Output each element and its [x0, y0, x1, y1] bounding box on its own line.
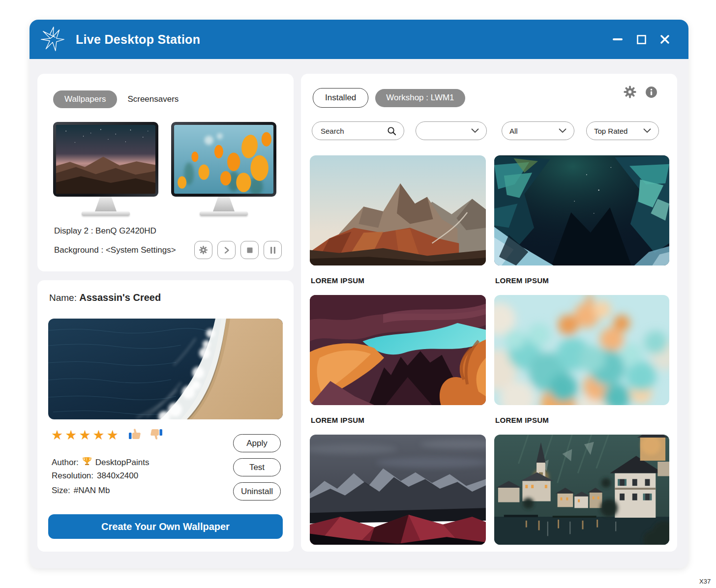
search-input[interactable] — [320, 126, 386, 136]
hummingbird-logo-icon — [37, 25, 68, 54]
wallpaper-thumbnail-image — [310, 295, 486, 405]
chevron-down-icon — [643, 128, 651, 133]
minimize-icon[interactable] — [612, 33, 624, 45]
apply-button[interactable]: Apply — [233, 434, 281, 452]
tab-screensavers[interactable]: Screensavers — [127, 90, 179, 108]
settings-button[interactable] — [194, 241, 212, 259]
wallpaper-thumbnail-image — [310, 155, 486, 265]
app-title: Live Desktop Station — [76, 32, 200, 47]
wallpaper-grid: LOREM IPSUM — [310, 155, 669, 552]
stop-icon — [246, 247, 253, 254]
monitor2-wallpaper-poppies — [174, 125, 273, 194]
rating-stars[interactable]: ★★★★★ — [51, 429, 120, 442]
wallpaper-title: LOREM IPSUM — [311, 416, 485, 425]
size-label: Size: — [52, 486, 70, 496]
stop-button[interactable] — [240, 241, 259, 259]
author-label: Author: — [52, 458, 79, 468]
wallpaper-card-antelope-canyon[interactable]: LOREM IPSUM — [310, 295, 486, 435]
create-wallpaper-button[interactable]: Create Your Own Wallpaper — [48, 514, 283, 539]
monitor-bezel — [171, 122, 276, 197]
search-field[interactable] — [312, 121, 404, 140]
wallpaper-thumbnail-image — [494, 295, 669, 405]
workshop-panel: Installed Workshop : LWM1 — [301, 74, 677, 552]
gear-icon — [199, 245, 208, 255]
resolution-value: 3840x2400 — [97, 471, 138, 481]
monitor-preview-display1[interactable] — [53, 122, 158, 216]
type-dropdown[interactable]: All — [502, 121, 574, 140]
play-icon — [223, 246, 231, 254]
resolution-label: Resolution: — [52, 471, 93, 481]
wallpaper-thumbnail-image — [310, 435, 486, 545]
monitor-base — [200, 211, 248, 216]
author-value: DesktopPaints — [95, 458, 149, 468]
wallpaper-title: LOREM IPSUM — [311, 276, 485, 285]
chevron-down-icon — [471, 128, 479, 133]
wallpaper-card-hallstatt-village[interactable] — [494, 435, 669, 552]
uninstall-button[interactable]: Uninstall — [233, 482, 281, 500]
gear-icon — [623, 85, 637, 99]
tab-installed[interactable]: Installed — [313, 88, 368, 108]
name-value: Assassin's Creed — [79, 292, 161, 303]
monitor-base — [82, 211, 130, 216]
size-value: #NAN Mb — [74, 486, 110, 496]
monitor-stand — [213, 197, 235, 211]
wallpaper-title: LOREM IPSUM — [495, 276, 668, 285]
info-button[interactable] — [645, 86, 657, 98]
thumbs-up-icon[interactable] — [128, 428, 142, 442]
maximize-icon[interactable] — [635, 33, 647, 45]
wallpaper-name-line: Name: Assassin's Creed — [49, 292, 161, 303]
wallpaper-card-mountain-sunset[interactable]: LOREM IPSUM — [310, 155, 486, 295]
app-window: Live Desktop Station Wallpapers Screensa… — [30, 20, 688, 568]
page-annotation: X37 — [699, 578, 711, 585]
wallpaper-details-panel: Name: Assassin's Creed — [37, 280, 294, 552]
wallpaper-thumbnail-image — [494, 155, 669, 265]
info-icon — [645, 86, 657, 98]
pause-button[interactable] — [264, 241, 282, 259]
play-button[interactable] — [217, 241, 236, 259]
pause-icon — [269, 246, 276, 254]
sort-dropdown[interactable]: Top Rated — [586, 121, 659, 140]
tab-wallpapers[interactable]: Wallpapers — [53, 90, 117, 108]
wallpaper-card-ink-in-water[interactable]: LOREM IPSUM — [494, 295, 669, 435]
display-info: Display 2 : BenQ G2420HD — [54, 226, 156, 236]
wallpaper-thumbnail-image — [494, 435, 669, 545]
titlebar: Live Desktop Station — [30, 20, 688, 59]
test-button[interactable]: Test — [233, 458, 281, 476]
type-selected: All — [509, 127, 518, 135]
thumbs-down-icon[interactable] — [149, 428, 163, 442]
wallpaper-preview-ocean-wave — [48, 319, 283, 419]
name-label: Name: — [49, 293, 77, 303]
sort-selected: Top Rated — [594, 127, 627, 135]
search-icon — [387, 126, 396, 136]
monitor1-wallpaper-night-desert — [56, 125, 155, 194]
close-icon[interactable] — [659, 33, 671, 45]
wallpaper-card-ice-canyon[interactable]: LOREM IPSUM — [494, 155, 669, 295]
wallpaper-card-crimson-mountains[interactable] — [310, 435, 486, 552]
chevron-down-icon — [559, 128, 567, 133]
category-dropdown[interactable] — [416, 121, 487, 140]
monitor-bezel — [53, 122, 158, 197]
monitor-stand — [95, 197, 117, 211]
monitor-preview-display2[interactable] — [171, 122, 276, 216]
displays-panel: Wallpapers Screensavers — [37, 74, 294, 271]
tab-workshop[interactable]: Workshop : LWM1 — [375, 89, 465, 107]
background-info: Background : <System Settings> — [54, 245, 176, 255]
trophy-icon — [82, 456, 92, 469]
wallpaper-title: LOREM IPSUM — [495, 416, 668, 425]
workshop-settings-button[interactable] — [623, 85, 637, 99]
